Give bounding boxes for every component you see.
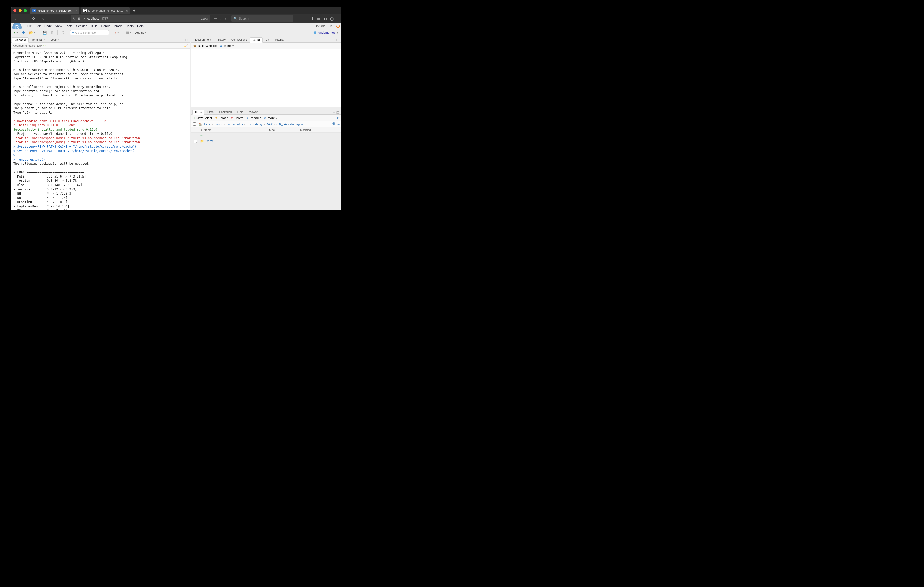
menu-tools[interactable]: Tools — [126, 24, 134, 28]
crumb[interactable]: library — [255, 123, 263, 126]
more-paths-icon[interactable]: … — [337, 122, 340, 126]
menu-debug[interactable]: Debug — [101, 24, 111, 28]
tab-viewer[interactable]: Viewer — [246, 109, 260, 114]
file-name[interactable]: renv — [207, 140, 213, 143]
browser-tab-github[interactable]: tereom/fundamentos: Notas de × — [81, 7, 130, 14]
pane-popout-icon[interactable]: ❐ — [185, 39, 188, 42]
rename-button[interactable]: ➔Rename — [246, 116, 261, 120]
pane-collapse-icon[interactable]: ▭ — [333, 39, 335, 42]
close-icon[interactable]: × — [58, 38, 59, 41]
grid-button[interactable]: ▦▾ — [125, 30, 132, 35]
tab-console[interactable]: Console — [12, 37, 29, 43]
new-file-button[interactable]: ●▾ — [12, 30, 19, 35]
browser-tab-rstudio[interactable]: R fundamentos · RStudio Server × — [30, 7, 79, 14]
upload-button[interactable]: ⬆Upload — [215, 116, 228, 120]
close-tab-icon[interactable]: × — [75, 9, 78, 13]
tab-connections[interactable]: Connections — [228, 37, 250, 42]
tab-history[interactable]: History — [214, 37, 228, 42]
build-website-button[interactable]: 🛠 Build Website — [193, 44, 216, 48]
col-name[interactable]: Name — [204, 128, 211, 132]
tab-packages[interactable]: Packages — [216, 109, 234, 114]
crumb[interactable]: fundamentos — [226, 123, 243, 126]
menu-icon[interactable]: ≡ — [337, 16, 339, 21]
menu-view[interactable]: View — [55, 24, 62, 28]
sort-asc-icon[interactable]: ▲ — [200, 128, 203, 132]
forward-button[interactable]: → — [21, 15, 28, 22]
menu-help[interactable]: Help — [137, 24, 144, 28]
addins-menu[interactable]: Addins ▾ — [134, 30, 148, 35]
close-tab-icon[interactable]: × — [126, 9, 128, 13]
tab-tutorial[interactable]: Tutorial — [272, 37, 287, 42]
menu-session[interactable]: Session — [76, 24, 87, 28]
tab-environment[interactable]: Environment — [192, 37, 214, 42]
sidebar-icon[interactable]: ◧ — [323, 16, 327, 21]
menu-file[interactable]: File — [27, 24, 32, 28]
more-actions-icon[interactable]: ⋯ — [214, 17, 217, 20]
popout-icon[interactable]: ⇱ — [330, 24, 333, 28]
menu-code[interactable]: Code — [45, 24, 52, 28]
tab-plots[interactable]: Plots — [205, 109, 216, 114]
menu-profile[interactable]: Profile — [114, 24, 123, 28]
tab-jobs[interactable]: Jobs× — [48, 37, 62, 42]
browser-search-input[interactable]: 🔍 Search — [231, 15, 293, 22]
tab-help[interactable]: Help — [234, 109, 246, 114]
tab-git[interactable]: Git — [263, 37, 272, 42]
menu-plots[interactable]: Plots — [66, 24, 73, 28]
file-row-up[interactable]: ⬑ .. — [191, 133, 342, 138]
pane-popout-icon[interactable]: ❐ — [337, 39, 339, 42]
zoom-level[interactable]: 120% — [201, 17, 208, 20]
tab-files[interactable]: Files — [192, 110, 205, 115]
minimize-window-icon[interactable] — [18, 9, 21, 12]
downloads-icon[interactable]: ⬇ — [311, 16, 314, 21]
close-icon[interactable]: × — [43, 38, 45, 41]
git-button[interactable]: ⑂▾ — [113, 30, 120, 35]
pane-collapse-icon[interactable]: ▭ — [333, 111, 335, 114]
new-project-button[interactable]: ✚ — [21, 30, 26, 35]
home-icon[interactable]: 🏠 — [198, 122, 202, 126]
delete-button[interactable]: ⊘Delete — [231, 116, 243, 120]
url-bar[interactable]: 🛡 🗎 ⇄ localhost:8787 120% — [71, 15, 210, 22]
crumb-home[interactable]: Home — [203, 123, 211, 126]
pane-popout-icon[interactable]: ❐ — [337, 111, 339, 114]
new-tab-button[interactable]: + — [132, 8, 137, 13]
go-to-dir-icon[interactable]: ➪ — [43, 44, 46, 47]
console-output[interactable]: R version 4.0.2 (2020-06-22) -- "Taking … — [11, 49, 190, 210]
clear-console-icon[interactable]: 🧹 — [184, 44, 188, 48]
menu-edit[interactable]: Edit — [35, 24, 41, 28]
files-more-menu[interactable]: ⚙More▾ — [264, 116, 277, 120]
refresh-files-icon[interactable]: ⟳ — [337, 116, 340, 120]
library-icon[interactable]: ▥ — [317, 16, 320, 21]
window-controls[interactable] — [13, 9, 27, 12]
maximize-window-icon[interactable] — [24, 9, 27, 12]
pocket-icon[interactable]: ⌄ — [219, 17, 222, 20]
quit-session-icon[interactable]: ⏻ — [336, 24, 340, 28]
crumb[interactable]: renv — [246, 123, 252, 126]
col-size[interactable]: Size — [269, 128, 300, 132]
col-modified[interactable]: Modified — [300, 128, 342, 132]
menu-build[interactable]: Build — [91, 24, 98, 28]
tab-build[interactable]: Build — [250, 37, 263, 43]
print-button[interactable]: 🖨 — [60, 30, 66, 35]
select-all-checkbox[interactable] — [193, 122, 196, 126]
home-button[interactable]: ⌂ — [39, 15, 46, 22]
open-file-button[interactable]: 📂▾ — [28, 30, 37, 35]
save-all-button[interactable]: 🗄 — [50, 30, 55, 35]
bookmark-star-icon[interactable]: ☆ — [225, 17, 228, 20]
row-checkbox[interactable] — [194, 140, 197, 143]
folder-icon: 📁 — [200, 140, 204, 143]
project-menu[interactable]: ⬢ fundamentos ▾ — [312, 30, 340, 35]
save-button[interactable]: 💾 — [41, 30, 48, 35]
close-window-icon[interactable] — [13, 9, 16, 12]
crumb[interactable]: cursos — [214, 123, 223, 126]
r-project-icon[interactable]: Ⓡ — [332, 122, 335, 126]
tab-terminal[interactable]: Terminal× — [29, 37, 48, 42]
account-icon[interactable]: ◯ — [330, 16, 334, 21]
goto-file-input[interactable]: ➔ Go to file/function — [70, 30, 109, 35]
new-folder-button[interactable]: ✚New Folder — [193, 116, 212, 120]
crumb[interactable]: R-4.0 — [266, 123, 273, 126]
reload-button[interactable]: ⟳ — [30, 15, 37, 22]
build-more-menu[interactable]: ⚙ More ▾ — [219, 44, 234, 48]
file-row[interactable]: 📁 renv — [191, 138, 342, 144]
crumb[interactable]: x86_64-pc-linux-gnu — [276, 123, 303, 126]
back-button[interactable]: ← — [13, 15, 20, 22]
